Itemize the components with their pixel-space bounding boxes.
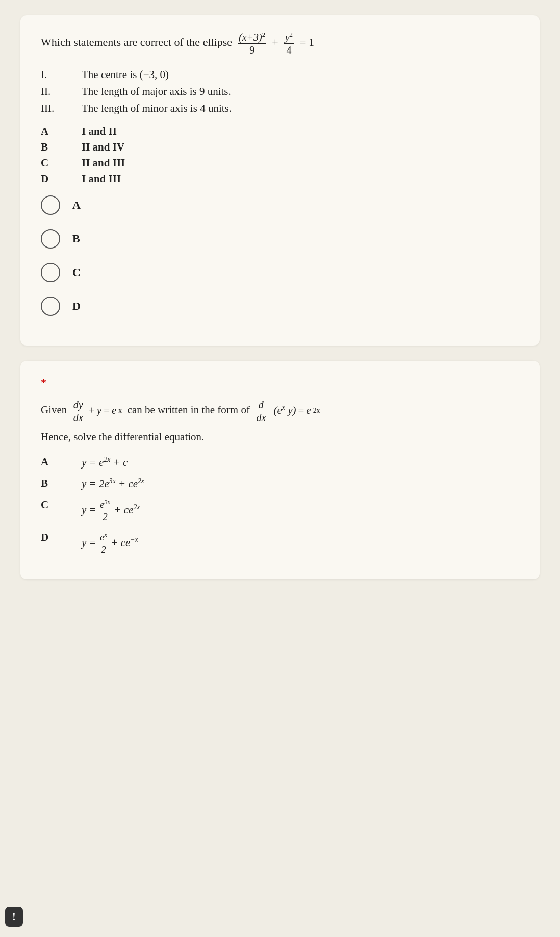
statement-label-3: III. <box>41 102 82 115</box>
statement-text-1: The centre is (−3, 0) <box>82 68 519 81</box>
given-equation-left: dy dx + y = ex <box>72 399 122 424</box>
radio-label-c: C <box>72 266 81 279</box>
radio-option-c[interactable]: C <box>41 263 519 282</box>
hence-text: Hence, solve the differential equation. <box>41 431 519 443</box>
answer-text-d: y = ex 2 + ce−x <box>82 531 138 556</box>
radio-option-d[interactable]: D <box>41 297 519 316</box>
equation-display: (x+3)2 9 + y2 4 = 1 <box>238 36 314 48</box>
given-connector: can be written in the form of <box>124 404 252 416</box>
statement-row: I. The centre is (−3, 0) <box>41 68 519 81</box>
given-equation-right: d dx (ex y) = e2x <box>255 399 320 424</box>
bottom-bar[interactable]: ! <box>5 907 23 927</box>
radio-circle-c[interactable] <box>41 263 60 282</box>
d-dx-fraction: d dx <box>255 399 267 424</box>
option-label-b: B <box>41 141 82 154</box>
answer-c-fraction: e3x 2 <box>99 499 111 523</box>
option-text-a: I and II <box>82 125 117 138</box>
option-row-c: C II and III <box>41 157 519 169</box>
statement-label-1: I. <box>41 68 82 81</box>
answer-row-c: C y = e3x 2 + ce2x <box>41 499 519 523</box>
option-label-d: D <box>41 172 82 185</box>
given-label: Given <box>41 404 70 416</box>
radio-circle-b[interactable] <box>41 229 60 249</box>
answer-text-b: y = 2e3x + ce2x <box>82 477 144 490</box>
radio-circle-d[interactable] <box>41 297 60 316</box>
radio-label-a: A <box>72 199 81 212</box>
statement-text-3: The length of minor axis is 4 units. <box>82 102 519 115</box>
required-star: * <box>41 376 519 389</box>
option-text-b: II and IV <box>82 141 124 154</box>
option-text-c: II and III <box>82 157 125 169</box>
answer-row-d: D y = ex 2 + ce−x <box>41 531 519 556</box>
statement-list: I. The centre is (−3, 0) II. The length … <box>41 68 519 115</box>
answer-label-a: A <box>41 456 82 468</box>
radio-circle-a[interactable] <box>41 195 60 215</box>
option-row-d: D I and III <box>41 172 519 185</box>
radio-option-b[interactable]: B <box>41 229 519 249</box>
statement-row: II. The length of major axis is 9 units. <box>41 85 519 98</box>
dy-dx-fraction: dy dx <box>72 399 84 424</box>
option-row-a: A I and II <box>41 125 519 138</box>
answer-label-c: C <box>41 499 82 511</box>
option-label-a: A <box>41 125 82 138</box>
answer-row-b: B y = 2e3x + ce2x <box>41 477 519 490</box>
answer-list: A y = e2x + c B y = 2e3x + ce2x C y = e3… <box>41 456 519 556</box>
bottom-icon: ! <box>12 911 16 922</box>
answer-row-a: A y = e2x + c <box>41 456 519 469</box>
answer-label-d: D <box>41 531 82 544</box>
given-text: Given dy dx + y = ex can be written in t… <box>41 399 519 424</box>
option-text-d: I and III <box>82 172 121 185</box>
statement-row: III. The length of minor axis is 4 units… <box>41 102 519 115</box>
radio-group: A B C D <box>41 195 519 316</box>
question-prefix: Which statements are correct of the elli… <box>41 36 235 48</box>
radio-option-a[interactable]: A <box>41 195 519 215</box>
radio-label-d: D <box>72 300 81 313</box>
answer-label-b: B <box>41 477 82 490</box>
radio-label-b: B <box>72 232 80 245</box>
answer-d-fraction: ex 2 <box>99 531 108 556</box>
question-card-2: * Given dy dx + y = ex can be written in… <box>20 361 540 579</box>
question-card-1: Which statements are correct of the elli… <box>20 15 540 346</box>
option-list: A I and II B II and IV C II and III D I … <box>41 125 519 185</box>
answer-text-a: y = e2x + c <box>82 456 128 469</box>
option-label-c: C <box>41 157 82 169</box>
option-row-b: B II and IV <box>41 141 519 154</box>
statement-label-2: II. <box>41 85 82 98</box>
answer-text-c: y = e3x 2 + ce2x <box>82 499 140 523</box>
statement-text-2: The length of major axis is 9 units. <box>82 85 519 98</box>
question-title: Which statements are correct of the elli… <box>41 31 519 56</box>
